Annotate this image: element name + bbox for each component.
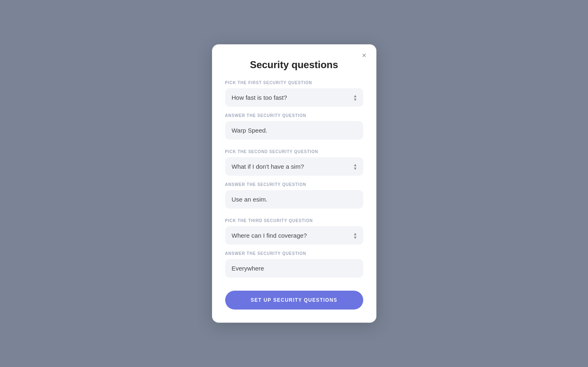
question-1-select[interactable]: How fast is too fast?What is your favori… bbox=[225, 88, 363, 107]
answer-1-label: ANSWER THE SECURITY QUESTION bbox=[225, 113, 363, 118]
section-3-label: PICK THE THIRD SECURITY QUESTION bbox=[225, 218, 363, 223]
question-2-select-wrapper: What if I don't have a sim?What is your … bbox=[225, 157, 363, 176]
question-2-select[interactable]: What if I don't have a sim?What is your … bbox=[225, 157, 363, 176]
modal-title: Security questions bbox=[225, 59, 363, 71]
answer-2-input[interactable] bbox=[225, 190, 363, 209]
modal-dialog: × Security questions PICK THE FIRST SECU… bbox=[212, 44, 376, 323]
question-3-select[interactable]: Where can I find coverage?What is your f… bbox=[225, 226, 363, 245]
submit-button[interactable]: SET UP SECURITY QUESTIONS bbox=[225, 291, 363, 310]
section-3: PICK THE THIRD SECURITY QUESTION Where c… bbox=[225, 218, 363, 286]
section-2: PICK THE SECOND SECURITY QUESTION What i… bbox=[225, 149, 363, 217]
answer-1-input[interactable] bbox=[225, 121, 363, 140]
answer-2-label: ANSWER THE SECURITY QUESTION bbox=[225, 182, 363, 187]
section-1: PICK THE FIRST SECURITY QUESTION How fas… bbox=[225, 80, 363, 148]
close-button[interactable]: × bbox=[360, 51, 369, 60]
answer-3-label: ANSWER THE SECURITY QUESTION bbox=[225, 251, 363, 256]
modal-overlay: × Security questions PICK THE FIRST SECU… bbox=[0, 0, 588, 367]
section-2-label: PICK THE SECOND SECURITY QUESTION bbox=[225, 149, 363, 154]
section-1-label: PICK THE FIRST SECURITY QUESTION bbox=[225, 80, 363, 85]
question-1-select-wrapper: How fast is too fast?What is your favori… bbox=[225, 88, 363, 107]
question-3-select-wrapper: Where can I find coverage?What is your f… bbox=[225, 226, 363, 245]
answer-3-input[interactable] bbox=[225, 259, 363, 278]
